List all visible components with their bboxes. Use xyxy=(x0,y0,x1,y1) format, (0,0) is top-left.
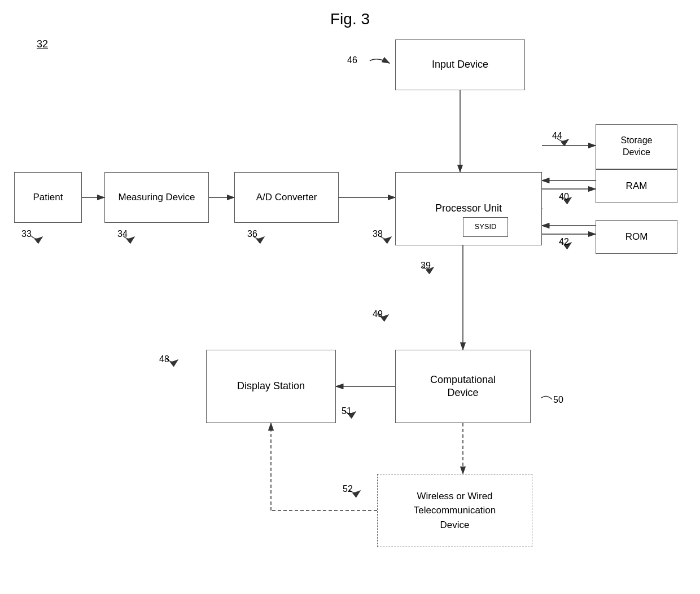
display-station-box: Display Station xyxy=(206,350,336,423)
label-34: 34 xyxy=(117,229,128,239)
label-46: 46 xyxy=(347,55,357,65)
label-48: 48 xyxy=(159,354,169,364)
rom-box: ROM xyxy=(596,220,677,254)
patient-box: Patient xyxy=(14,172,82,223)
label-38: 38 xyxy=(373,229,383,239)
label-39: 39 xyxy=(421,261,431,271)
figure-title: Fig. 3 xyxy=(0,10,700,28)
ram-box: RAM xyxy=(596,169,677,203)
ref-num-32: 32 xyxy=(37,38,48,50)
label-36: 36 xyxy=(247,229,257,239)
sysid-box: SYSID xyxy=(463,217,508,237)
arrows-svg xyxy=(0,0,700,594)
label-51: 51 xyxy=(342,406,352,416)
label-52: 52 xyxy=(343,484,353,494)
label-50: 50 xyxy=(553,395,563,405)
computational-device-box: ComputationalDevice xyxy=(395,350,531,423)
telecom-device-box: Wireless or WiredTelecommunicationDevice xyxy=(377,474,532,547)
label-33: 33 xyxy=(21,229,32,239)
label-40: 40 xyxy=(559,192,569,202)
ad-converter-box: A/D Converter xyxy=(234,172,339,223)
measuring-device-box: Measuring Device xyxy=(104,172,209,223)
label-44: 44 xyxy=(552,131,562,141)
label-42: 42 xyxy=(559,237,569,247)
storage-device-box: StorageDevice xyxy=(596,124,677,169)
input-device-box: Input Device xyxy=(395,39,525,90)
diagram-container: Fig. 3 32 xyxy=(0,0,700,594)
label-49: 49 xyxy=(373,309,383,319)
